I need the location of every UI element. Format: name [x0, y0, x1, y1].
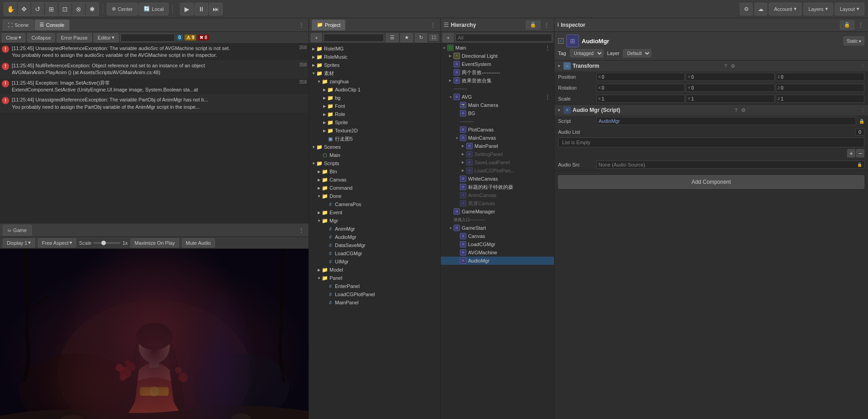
script-more[interactable]: ⋮ — [860, 107, 865, 113]
lock-insp-button[interactable]: 🔒 — [840, 20, 854, 30]
list-item[interactable]: ▼ 📁 素材 — [309, 69, 440, 77]
tab-project[interactable]: 📁 Project — [312, 20, 345, 30]
collapse-button[interactable]: Collapse — [27, 33, 55, 42]
add-hierarchy-button[interactable]: + — [443, 33, 454, 42]
rot-y-field[interactable]: Y 0 — [686, 84, 774, 92]
list-item[interactable]: ▼ 📁 Done — [309, 192, 440, 200]
list-item[interactable]: ▶ 📁 Texture2D — [309, 126, 440, 135]
list-item[interactable]: ▼ 📁 Panel — [309, 274, 440, 282]
game-more-button[interactable]: ⋮ — [297, 226, 306, 235]
list-item[interactable]: ⊞ AVGMachine — [441, 248, 554, 257]
scale-tool[interactable]: ⊞ — [45, 3, 58, 15]
clear-button[interactable]: Clear ▾ — [2, 33, 25, 42]
console-entry[interactable]: ! [11:25:45] Exception: Image.SetActive(… — [0, 78, 309, 96]
layers-button[interactable]: Layers ▾ — [803, 3, 833, 15]
script-section-header[interactable]: ▼ # Audio Mgr (Script) ? ⚙ ⋮ — [554, 105, 868, 116]
tag-dropdown[interactable]: Untagged — [570, 49, 604, 57]
scale-z-field[interactable]: Z 1 — [776, 95, 864, 103]
list-item[interactable]: ▼ 📁 Scripts — [309, 159, 440, 167]
static-button[interactable]: Static ▾ — [843, 36, 864, 45]
transform-tool[interactable]: ⊗ — [72, 3, 85, 15]
local-button[interactable]: 🔄 Local — [139, 3, 169, 15]
list-item[interactable]: # LoadCGMgr — [309, 249, 440, 257]
list-item[interactable]: ▶ 📁 Sprite — [309, 118, 440, 126]
list-item[interactable]: ▶ 📁 RoleMusic — [309, 53, 440, 61]
list-item[interactable]: ▼ ⬡ Main ⋮ — [441, 44, 554, 52]
add-audio-button[interactable]: + — [847, 149, 855, 157]
scale-slider[interactable] — [93, 242, 120, 244]
active-checkbox[interactable]: ✓ — [558, 38, 564, 44]
console-more-button[interactable]: ⋮ — [297, 20, 306, 30]
insp-more-button[interactable]: ⋮ — [856, 20, 865, 30]
hier-more-button[interactable]: ⋮ — [542, 20, 551, 30]
list-item[interactable]: ▶ 📁 Sprites — [309, 61, 440, 69]
aspect-button[interactable]: Free Aspect ▾ — [38, 238, 76, 247]
list-item[interactable]: ▶ 📁 RoleIMG — [309, 45, 440, 53]
list-item[interactable]: ▶ 📁 Canvas — [309, 176, 440, 184]
cloud-button[interactable]: ☁ — [754, 3, 767, 15]
list-item[interactable]: ▶ ⊞ 效果音效合集 — [441, 76, 554, 85]
error-pause-button[interactable]: Error Pause — [57, 33, 92, 42]
list-item[interactable]: ▶ 📁 Event — [309, 208, 440, 217]
list-item[interactable]: ▶ ☀ Directional Light — [441, 52, 554, 60]
avg-more[interactable]: ⋮ — [543, 92, 552, 101]
list-item[interactable]: # LoadCGPlotPanel — [309, 290, 440, 298]
list-item[interactable]: ▶ ⊞ SaveLoadPanel — [441, 158, 554, 167]
list-item[interactable]: ⊞ EventSystem — [441, 60, 554, 68]
remove-audio-button[interactable]: − — [856, 149, 864, 157]
lock-button[interactable]: 🔒 — [526, 20, 540, 30]
tab-console[interactable]: ☰ Console — [35, 20, 69, 30]
list-item[interactable]: ▶ 📁 Font — [309, 102, 440, 110]
hierarchy-search-input[interactable] — [455, 34, 552, 42]
pos-z-field[interactable]: Z 0 — [776, 73, 864, 81]
script-value-field[interactable]: AudioMgr — [596, 117, 856, 125]
list-item[interactable]: ⊞ WhiteCanvas — [441, 175, 554, 183]
filter-button[interactable]: ☰ — [386, 33, 399, 42]
star-button[interactable]: ★ — [400, 33, 413, 42]
list-item[interactable]: # UIMgr — [309, 257, 440, 266]
list-item[interactable]: # DataSaveMgr — [309, 241, 440, 249]
add-component-button[interactable]: Add Component — [558, 175, 864, 189]
rot-x-field[interactable]: X 0 — [596, 84, 685, 92]
list-item[interactable]: # AnimMgr — [309, 225, 440, 233]
editor-button[interactable]: Editor ▾ — [94, 33, 119, 42]
list-item[interactable]: ⊞ Canvas — [441, 232, 554, 240]
list-item[interactable]: ▣ 行走图5 — [309, 135, 440, 143]
list-item[interactable]: ▼ 📁 Mgr — [309, 217, 440, 225]
script-help[interactable]: ? — [735, 107, 738, 113]
tab-scene[interactable]: ⛶ Scene — [3, 20, 34, 30]
list-item[interactable]: ⬡ Main — [309, 151, 440, 159]
list-item[interactable]: ▶ 📁 Model — [309, 266, 440, 274]
list-item[interactable]: ▼ ⊞ GameStart — [441, 224, 554, 232]
list-item[interactable]: ⊞ 黑屏Canvas — [441, 199, 554, 207]
list-item[interactable]: # CameraPos — [309, 200, 440, 208]
list-item[interactable]: # AudioMgr — [309, 233, 440, 241]
list-item[interactable]: ▶ ⊞ LoadCGPlotPan... — [441, 167, 554, 175]
refresh-button[interactable]: ↻ — [415, 33, 427, 42]
list-item[interactable]: # EnterPanel — [309, 282, 440, 290]
list-item[interactable]: ⊞ AnimCanvas — [441, 191, 554, 199]
display-button[interactable]: Display 1 ▾ — [3, 238, 35, 247]
console-search-input[interactable] — [120, 34, 175, 42]
hand-tool[interactable]: ✋ — [4, 3, 17, 15]
layout-button[interactable]: Layout ▾ — [835, 3, 864, 15]
pos-x-field[interactable]: X 0 — [596, 73, 685, 81]
list-item[interactable]: ▶ 📁 Command — [309, 184, 440, 192]
step-button[interactable]: ⏭ — [209, 3, 223, 15]
custom-tool[interactable]: ✱ — [86, 3, 99, 15]
list-item[interactable]: # MainPanel — [309, 298, 440, 307]
list-item[interactable]: ⊞ PlotCanvas — [441, 126, 554, 134]
list-item[interactable]: ⊞ GameManager — [441, 207, 554, 216]
move-tool[interactable]: ✥ — [18, 3, 30, 15]
list-item[interactable]: ⊞ LoadCGMgr — [441, 240, 554, 248]
play-button[interactable]: ▶ — [180, 3, 194, 15]
list-item[interactable]: ▼ ⊞ AVG ⋮ — [441, 93, 554, 101]
project-search-input[interactable] — [324, 34, 384, 42]
list-item[interactable]: 📷 Main Camera — [441, 101, 554, 109]
list-item[interactable]: ▼ ⊞ MainCanvas — [441, 134, 554, 142]
pause-button[interactable]: ⏸ — [195, 3, 208, 15]
maximize-button[interactable]: Maximize On Play — [130, 238, 179, 247]
audio-src-field[interactable]: None (Audio Source) 🔒 — [596, 161, 864, 169]
layer-dropdown[interactable]: Default — [623, 49, 651, 57]
list-item[interactable]: ▶ 📁 bg — [309, 94, 440, 102]
